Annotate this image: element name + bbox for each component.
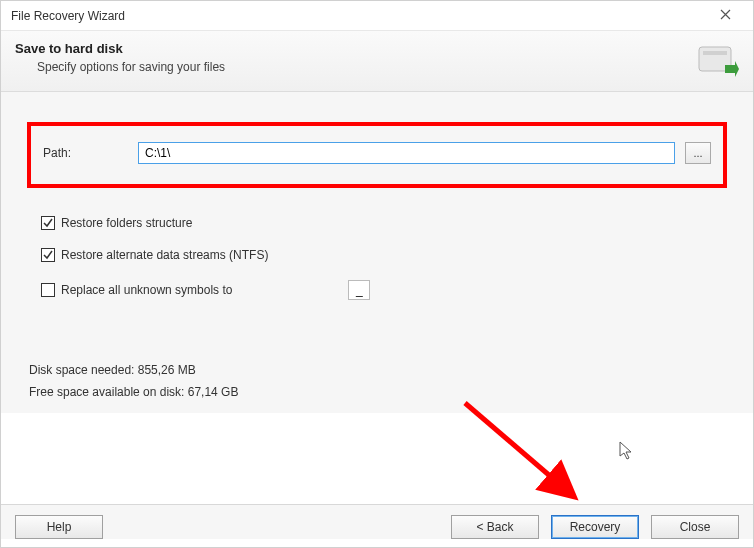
disk-space-free: Free space available on disk: 67,14 GB <box>29 382 727 404</box>
recovery-button[interactable]: Recovery <box>551 515 639 539</box>
content-area: Path: ... Restore folders structure Rest… <box>1 92 753 413</box>
close-icon <box>720 8 731 23</box>
replace-symbols-checkbox[interactable] <box>41 283 55 297</box>
help-button[interactable]: Help <box>15 515 103 539</box>
restore-folders-label: Restore folders structure <box>61 216 192 230</box>
restore-ads-label: Restore alternate data streams (NTFS) <box>61 248 268 262</box>
path-highlight-annotation: Path: ... <box>27 122 727 188</box>
button-bar: Help < Back Recovery Close <box>1 504 753 539</box>
window-title: File Recovery Wizard <box>11 9 125 23</box>
restore-folders-checkbox[interactable] <box>41 216 55 230</box>
header: Save to hard disk Specify options for sa… <box>1 31 753 92</box>
restore-ads-checkbox[interactable] <box>41 248 55 262</box>
path-input[interactable] <box>138 142 675 164</box>
path-label: Path: <box>43 146 128 160</box>
browse-button[interactable]: ... <box>685 142 711 164</box>
close-button[interactable]: Close <box>651 515 739 539</box>
replace-symbol-input[interactable] <box>348 280 370 300</box>
path-row: Path: ... <box>43 142 711 164</box>
cursor-icon <box>619 441 635 461</box>
arrow-annotation <box>461 399 601 519</box>
svg-rect-1 <box>703 51 727 55</box>
option-restore-ads: Restore alternate data streams (NTFS) <box>41 248 727 262</box>
hard-disk-icon <box>697 41 739 79</box>
disk-space-needed: Disk space needed: 855,26 MB <box>29 360 727 382</box>
checkmark-icon <box>43 218 53 228</box>
checkmark-icon <box>43 250 53 260</box>
titlebar: File Recovery Wizard <box>1 1 753 31</box>
disk-info: Disk space needed: 855,26 MB Free space … <box>29 360 727 403</box>
window-close-button[interactable] <box>705 4 745 28</box>
header-subtitle: Specify options for saving your files <box>37 60 225 74</box>
header-title: Save to hard disk <box>15 41 225 56</box>
option-restore-folders: Restore folders structure <box>41 216 727 230</box>
option-replace-symbols: Replace all unknown symbols to <box>41 280 727 300</box>
back-button[interactable]: < Back <box>451 515 539 539</box>
svg-line-2 <box>465 403 571 494</box>
replace-symbols-label: Replace all unknown symbols to <box>61 283 232 297</box>
